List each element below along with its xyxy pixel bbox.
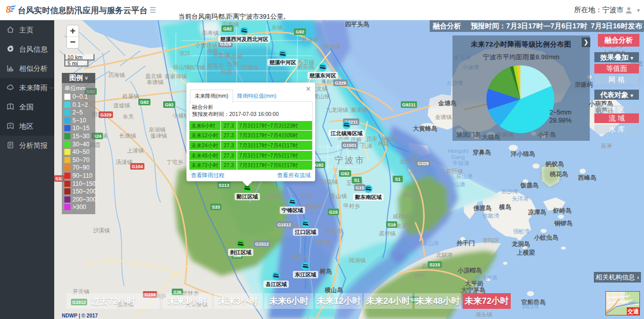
svg-text:姜山镇: 姜山镇 (330, 193, 347, 199)
svg-text:桃花岛: 桃花岛 (549, 171, 568, 178)
svg-text:县江区域: 县江区域 (266, 281, 287, 287)
svg-text:邱隘镇: 邱隘镇 (321, 179, 338, 185)
svg-text:洋小猫岛: 洋小猫岛 (510, 150, 535, 157)
svg-text:江北镇海区域: 江北镇海区域 (330, 130, 363, 136)
svg-text:G92: G92 (295, 29, 304, 34)
svg-text:8: 8 (6, 4, 11, 15)
svg-text:墙头镇: 墙头镇 (476, 311, 493, 317)
svg-text:辰茅: 辰茅 (601, 143, 612, 149)
svg-text:S215: S215 (429, 262, 440, 267)
svg-text:梅山港: 梅山港 (448, 181, 466, 187)
svg-text:慈溪市: 慈溪市 (208, 63, 224, 69)
svg-text:澥浦镇: 澥浦镇 (351, 107, 367, 113)
svg-text:头洋港: 头洋港 (512, 195, 529, 202)
svg-text:G92: G92 (165, 102, 173, 107)
svg-text:凉潭岛: 凉潭岛 (528, 209, 546, 216)
svg-text:铜锣岛: 铜锣岛 (554, 220, 573, 227)
svg-text:蚂蚁岛: 蚂蚁岛 (545, 161, 564, 168)
svg-text:S33: S33 (212, 205, 220, 210)
svg-text:G329: G329 (335, 81, 346, 86)
svg-text:G92: G92 (140, 100, 148, 105)
svg-text:东镇: 东镇 (272, 24, 283, 30)
svg-text:强蛟湾: 强蛟湾 (513, 228, 530, 234)
svg-text:宗汉: 宗汉 (179, 50, 191, 56)
svg-text:楼岩乡: 楼岩乡 (292, 254, 309, 260)
svg-text:凫溪河港: 凫溪河港 (475, 274, 498, 281)
svg-text:丁宅乡: 丁宅乡 (167, 159, 183, 165)
svg-text:崇寿镇: 崇寿镇 (202, 30, 219, 36)
svg-text:鄞东南区域: 鄞东南区域 (355, 194, 382, 200)
svg-text:上横梁: 上横梁 (516, 249, 535, 256)
svg-text:附海镇: 附海镇 (324, 44, 340, 50)
svg-text:坎墩: 坎墩 (207, 48, 218, 54)
svg-text:大黄蜂岛: 大黄蜂岛 (413, 125, 437, 132)
svg-text:横山岛: 横山岛 (324, 287, 343, 294)
svg-text:莼湖镇: 莼湖镇 (349, 257, 366, 263)
svg-text:长塘镇: 长塘镇 (119, 133, 136, 139)
svg-text:S19: S19 (388, 222, 396, 227)
svg-text:交通: 交通 (627, 308, 639, 315)
svg-text:龙山镇: 龙山镇 (314, 93, 330, 99)
svg-text:G1512: G1512 (255, 242, 269, 247)
svg-text:临山镇: 临山镇 (173, 64, 190, 70)
svg-text:G329: G329 (418, 161, 429, 166)
svg-text:普陀区: 普陀区 (483, 237, 500, 244)
svg-text:虾峙岛: 虾峙岛 (553, 207, 572, 214)
svg-text:黄家埠镇: 黄家埠镇 (165, 73, 187, 79)
svg-text:G1501: G1501 (343, 143, 356, 148)
svg-text:北仑区: 北仑区 (399, 158, 416, 165)
svg-text:G329: G329 (100, 112, 111, 117)
svg-text:龙观乡: 龙观乡 (265, 193, 282, 200)
svg-text:G92: G92 (315, 163, 323, 168)
svg-text:龙洞岛: 龙洞岛 (511, 241, 530, 248)
svg-text:G1512: G1512 (277, 222, 291, 227)
svg-text:金塘镇: 金塘镇 (435, 114, 452, 120)
svg-text:拓山港: 拓山港 (457, 173, 473, 179)
svg-text:牛轭港: 牛轭港 (453, 160, 470, 166)
svg-text:奉化市: 奉化市 (326, 228, 343, 234)
svg-text:蓬埭镇: 蓬埭镇 (150, 133, 167, 139)
svg-text:慈溪西河及西北河区: 慈溪西河及西北河区 (220, 36, 269, 42)
svg-text:剡江区域: 剡江区域 (230, 249, 252, 255)
svg-text:泗门镇: 泗门镇 (188, 64, 205, 70)
svg-text:Gang: Gang (451, 154, 465, 160)
svg-text:东关: 东关 (123, 113, 134, 119)
svg-text:汤浦镇: 汤浦镇 (116, 159, 133, 165)
svg-text:桐照: 桐照 (414, 272, 426, 278)
svg-text:宁锋区域: 宁锋区域 (282, 207, 304, 213)
svg-text:G9211: G9211 (402, 102, 416, 107)
svg-text:大宁茅岛: 大宁茅岛 (461, 287, 485, 294)
svg-text:庄市: 庄市 (366, 136, 377, 142)
svg-text:铁敞湾: 铁敞湾 (482, 213, 500, 219)
svg-text:江口区域: 江口区域 (294, 229, 317, 235)
svg-text:大平岗: 大平岗 (465, 280, 483, 287)
svg-text:宁波市: 宁波市 (334, 155, 366, 165)
svg-text:S213: S213 (218, 183, 229, 188)
svg-text:Hengshi: Hengshi (448, 148, 468, 154)
svg-text:后沙湾: 后沙湾 (502, 188, 518, 194)
svg-text:鄞江区域: 鄞江区域 (236, 193, 258, 200)
svg-text:东江区域: 东江区域 (294, 271, 317, 277)
svg-text:捣臼湾: 捣臼湾 (522, 303, 539, 309)
svg-text:饭盏岛: 饭盏岛 (520, 182, 539, 189)
svg-text:天元镇: 天元镇 (226, 53, 243, 59)
svg-text:外干门: 外干门 (456, 240, 475, 247)
svg-text:四平头岛: 四平头岛 (345, 21, 369, 28)
svg-text:G92: G92 (223, 26, 232, 31)
svg-text:石碶: 石碶 (301, 192, 312, 198)
svg-text:象山港: 象山港 (423, 240, 439, 246)
svg-text:甲村乡: 甲村乡 (344, 203, 360, 209)
svg-text:佛渡岛: 佛渡岛 (473, 205, 491, 212)
svg-text:树岛: 树岛 (319, 268, 332, 275)
svg-text:低塘: 低塘 (227, 61, 238, 67)
svg-text:5 mi: 5 mi (67, 60, 78, 66)
svg-text:北缺港: 北缺港 (436, 252, 453, 258)
svg-text:横岛: 横岛 (499, 204, 511, 211)
svg-text:上浦镇: 上浦镇 (127, 147, 144, 153)
svg-text:G15: G15 (355, 185, 364, 190)
svg-text:S1: S1 (395, 177, 400, 182)
svg-text:历海镇: 历海镇 (108, 72, 125, 78)
svg-text:泉湖镇: 泉湖镇 (149, 127, 166, 133)
svg-text:道墟镇: 道墟镇 (113, 102, 130, 108)
svg-text:九龙湖镇: 九龙湖镇 (326, 107, 348, 113)
